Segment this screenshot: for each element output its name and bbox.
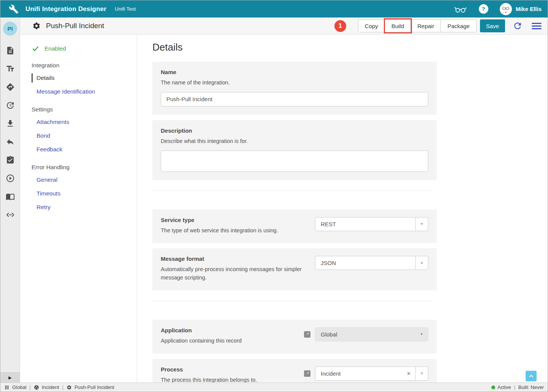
service-type-label: Service type	[161, 217, 304, 223]
process-select[interactable]: Incident ✕ ▼	[315, 367, 428, 381]
help-button[interactable]: ?	[479, 4, 488, 14]
status-dot	[491, 386, 495, 389]
message-format-select[interactable]: JSON ▼	[315, 256, 428, 270]
app-window: Unifi Integration Designer Unifi Test ? …	[0, 0, 548, 392]
description-input[interactable]	[161, 151, 428, 172]
gear-icon	[67, 385, 72, 390]
service-type-field-card: Service type The type of web service thi…	[152, 209, 437, 243]
message-format-label: Message format	[161, 256, 304, 262]
directions-icon[interactable]	[6, 83, 15, 92]
history-icon[interactable]	[6, 101, 15, 110]
process-value: Incident	[315, 367, 402, 380]
application-label: Application	[161, 327, 293, 333]
breadcrumb-scope[interactable]: Global	[4, 384, 27, 390]
top-bar: Unifi Integration Designer Unifi Test ? …	[0, 0, 548, 17]
user-name[interactable]: Mike Ellis	[516, 6, 542, 12]
action-button-group: Copy Build Repair Package	[358, 19, 477, 32]
nav-item-message-identification[interactable]: Message Identification	[32, 87, 137, 96]
document-icon[interactable]	[6, 46, 15, 55]
breadcrumb-record[interactable]: Push-Pull Incident	[67, 384, 114, 390]
separator: |	[62, 384, 63, 390]
question-mark-icon: ?	[482, 6, 485, 12]
apps-grid-icon	[4, 385, 10, 390]
process-field-card: Process The process this integration bel…	[152, 359, 437, 383]
breadcrumb-process[interactable]: Incident	[34, 384, 59, 390]
annotation-badge: 1	[334, 20, 346, 32]
name-input[interactable]	[161, 92, 428, 106]
status-bar: Global | Incident | Push-Pull Incident A…	[0, 382, 548, 392]
scroll-to-top-button[interactable]	[526, 371, 537, 381]
wrench-icon	[9, 4, 19, 14]
clear-x-icon[interactable]: ✕	[402, 367, 415, 380]
section-divider	[152, 190, 432, 191]
chevron-down-icon[interactable]: ▼	[415, 217, 428, 231]
copy-button[interactable]: Copy	[358, 19, 385, 32]
icon-rail: PI ▶	[0, 17, 20, 382]
menu-button[interactable]	[532, 23, 542, 29]
name-description: The name of the integration.	[161, 79, 324, 87]
play-circle-icon[interactable]	[6, 174, 15, 183]
service-type-description: The type of web service this integration…	[161, 227, 304, 235]
code-icon[interactable]	[6, 210, 15, 219]
refresh-button[interactable]	[513, 21, 523, 31]
save-button[interactable]: Save	[480, 19, 505, 32]
service-type-select[interactable]: REST ▼	[315, 217, 428, 231]
hamburger-icon	[532, 23, 542, 24]
enabled-status[interactable]: Enabled	[32, 45, 137, 52]
description-label: Description	[161, 127, 428, 134]
nav-item-attachments[interactable]: Attachments	[32, 117, 137, 127]
build-button[interactable]: Build	[385, 19, 411, 32]
download-icon[interactable]	[6, 119, 15, 128]
name-field-card: Name The name of the integration.	[152, 62, 437, 115]
typography-icon[interactable]	[6, 64, 15, 73]
book-icon[interactable]	[6, 192, 15, 201]
application-field-card: Application Application containing this …	[152, 320, 437, 354]
open-record-icon	[305, 371, 309, 376]
nav-item-details[interactable]: Details	[32, 73, 137, 83]
scope-label: Global	[12, 384, 27, 390]
built-status: Built: Never	[518, 384, 544, 390]
nav-item-feedback[interactable]: Feedback	[32, 145, 137, 154]
integration-avatar[interactable]: PI	[3, 22, 17, 36]
chevron-up-icon	[528, 373, 534, 379]
process-label: Incident	[42, 384, 59, 390]
enabled-label: Enabled	[44, 45, 66, 52]
separator: |	[514, 384, 515, 390]
application-select: Global ▼	[315, 327, 428, 341]
sidebar-expand-button[interactable]: ▶	[0, 372, 20, 382]
expand-arrow-icon: ▶	[8, 375, 11, 380]
package-button[interactable]: Package	[441, 19, 476, 32]
message-format-value: JSON	[315, 256, 415, 270]
app-title: Unifi Integration Designer	[25, 5, 106, 13]
nav-heading-integration: Integration	[32, 62, 137, 69]
chevron-down-icon[interactable]: ▼	[415, 256, 428, 270]
message-format-description: Automatically pre-process incoming messa…	[161, 265, 304, 282]
reply-icon[interactable]	[6, 137, 15, 146]
description-field-card: Description Describe what this integrati…	[152, 120, 437, 180]
open-record-button[interactable]	[304, 331, 310, 338]
environment-name: Unifi Test	[115, 6, 136, 12]
active-status: Active	[497, 384, 511, 390]
record-header: Push-Pull Incident 1 Copy Build Repair P…	[20, 17, 548, 35]
process-label: Process	[161, 366, 293, 373]
separator: |	[30, 384, 31, 390]
service-type-value: REST	[315, 217, 415, 231]
process-icon	[34, 385, 39, 390]
nav-item-retry[interactable]: Retry	[32, 203, 137, 212]
description-description: Describe what this integration is for.	[161, 137, 324, 146]
nav-heading-error-handling: Error Handling	[32, 164, 137, 171]
nav-item-timeouts[interactable]: Timeouts	[32, 189, 137, 198]
refresh-icon	[513, 21, 523, 31]
nav-item-bond[interactable]: Bond	[32, 131, 137, 140]
process-description: The process this integration belongs to.	[161, 376, 293, 383]
face-icon	[500, 3, 512, 15]
task-check-icon[interactable]	[6, 156, 15, 165]
chevron-down-icon[interactable]: ▼	[415, 367, 428, 380]
glasses-icon[interactable]	[454, 5, 467, 14]
open-record-button[interactable]	[304, 370, 310, 377]
details-form: Details Name The name of the integration…	[137, 35, 548, 382]
nav-item-general[interactable]: General	[32, 175, 137, 184]
message-format-field-card: Message format Automatically pre-process…	[152, 248, 437, 290]
repair-button[interactable]: Repair	[411, 19, 441, 32]
user-avatar[interactable]	[500, 3, 512, 15]
